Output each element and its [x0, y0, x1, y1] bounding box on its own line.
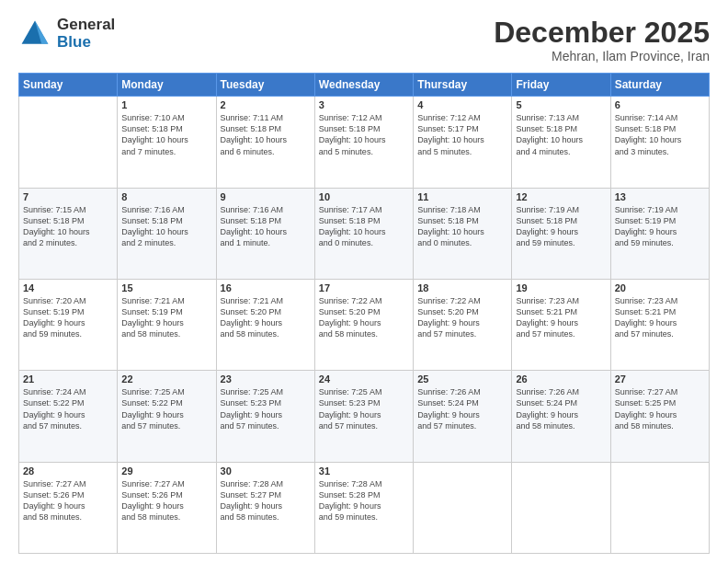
month-title: December 2025	[494, 17, 710, 49]
calendar-cell	[610, 462, 709, 553]
day-number: 31	[319, 465, 409, 477]
calendar-cell: 27Sunrise: 7:27 AM Sunset: 5:25 PM Dayli…	[610, 371, 709, 462]
day-info: Sunrise: 7:14 AM Sunset: 5:18 PM Dayligh…	[615, 112, 705, 157]
calendar-cell: 2Sunrise: 7:11 AM Sunset: 5:18 PM Daylig…	[216, 97, 314, 188]
day-number: 30	[221, 465, 311, 477]
calendar-cell: 12Sunrise: 7:19 AM Sunset: 5:18 PM Dayli…	[512, 188, 610, 279]
day-number: 8	[121, 191, 211, 202]
location-subtitle: Mehran, Ilam Province, Iran	[494, 49, 710, 63]
day-number: 25	[417, 373, 507, 385]
day-info: Sunrise: 7:16 AM Sunset: 5:18 PM Dayligh…	[121, 204, 211, 249]
logo-text: General Blue	[57, 17, 115, 51]
day-number: 10	[319, 191, 409, 202]
day-number: 13	[615, 191, 705, 202]
day-info: Sunrise: 7:25 AM Sunset: 5:23 PM Dayligh…	[319, 386, 409, 431]
day-info: Sunrise: 7:18 AM Sunset: 5:18 PM Dayligh…	[417, 204, 507, 249]
week-row-2: 7Sunrise: 7:15 AM Sunset: 5:18 PM Daylig…	[19, 188, 710, 279]
day-number: 3	[319, 99, 409, 110]
calendar-cell: 5Sunrise: 7:13 AM Sunset: 5:18 PM Daylig…	[512, 97, 610, 188]
day-header-monday: Monday	[118, 74, 216, 97]
day-info: Sunrise: 7:11 AM Sunset: 5:18 PM Dayligh…	[221, 112, 311, 157]
calendar-cell: 16Sunrise: 7:21 AM Sunset: 5:20 PM Dayli…	[216, 279, 314, 370]
day-info: Sunrise: 7:24 AM Sunset: 5:22 PM Dayligh…	[23, 386, 113, 431]
day-info: Sunrise: 7:12 AM Sunset: 5:17 PM Dayligh…	[417, 112, 507, 157]
day-info: Sunrise: 7:21 AM Sunset: 5:19 PM Dayligh…	[121, 295, 211, 340]
day-info: Sunrise: 7:25 AM Sunset: 5:22 PM Dayligh…	[121, 386, 211, 431]
day-info: Sunrise: 7:15 AM Sunset: 5:18 PM Dayligh…	[23, 204, 113, 249]
day-info: Sunrise: 7:27 AM Sunset: 5:25 PM Dayligh…	[615, 386, 705, 431]
day-number: 9	[221, 191, 311, 202]
day-number: 28	[23, 465, 113, 477]
logo-icon	[18, 17, 51, 51]
week-row-3: 14Sunrise: 7:20 AM Sunset: 5:19 PM Dayli…	[19, 279, 710, 370]
day-info: Sunrise: 7:21 AM Sunset: 5:20 PM Dayligh…	[221, 295, 311, 340]
day-number: 16	[221, 282, 311, 293]
day-header-friday: Friday	[512, 74, 610, 97]
calendar-cell: 8Sunrise: 7:16 AM Sunset: 5:18 PM Daylig…	[118, 188, 216, 279]
calendar-cell: 9Sunrise: 7:16 AM Sunset: 5:18 PM Daylig…	[216, 188, 314, 279]
day-info: Sunrise: 7:23 AM Sunset: 5:21 PM Dayligh…	[615, 295, 705, 340]
day-number: 17	[319, 282, 409, 293]
day-number: 12	[516, 191, 606, 202]
day-number: 29	[121, 465, 211, 477]
day-number: 24	[319, 373, 409, 385]
day-number: 7	[23, 191, 113, 202]
day-header-wednesday: Wednesday	[314, 74, 413, 97]
day-number: 18	[417, 282, 507, 293]
calendar-cell: 4Sunrise: 7:12 AM Sunset: 5:17 PM Daylig…	[414, 97, 512, 188]
day-info: Sunrise: 7:28 AM Sunset: 5:28 PM Dayligh…	[319, 478, 409, 523]
calendar-cell: 24Sunrise: 7:25 AM Sunset: 5:23 PM Dayli…	[314, 371, 413, 462]
calendar-cell: 21Sunrise: 7:24 AM Sunset: 5:22 PM Dayli…	[19, 371, 118, 462]
calendar-cell	[512, 462, 610, 553]
calendar-cell: 18Sunrise: 7:22 AM Sunset: 5:20 PM Dayli…	[414, 279, 512, 370]
calendar-cell: 3Sunrise: 7:12 AM Sunset: 5:18 PM Daylig…	[314, 97, 413, 188]
day-info: Sunrise: 7:27 AM Sunset: 5:26 PM Dayligh…	[121, 478, 211, 523]
day-info: Sunrise: 7:22 AM Sunset: 5:20 PM Dayligh…	[319, 295, 409, 340]
day-number: 14	[23, 282, 113, 293]
day-info: Sunrise: 7:27 AM Sunset: 5:26 PM Dayligh…	[23, 478, 113, 523]
day-info: Sunrise: 7:13 AM Sunset: 5:18 PM Dayligh…	[516, 112, 606, 157]
day-header-thursday: Thursday	[414, 74, 512, 97]
header: General Blue December 2025 Mehran, Ilam …	[18, 17, 710, 63]
calendar-cell: 11Sunrise: 7:18 AM Sunset: 5:18 PM Dayli…	[414, 188, 512, 279]
day-info: Sunrise: 7:20 AM Sunset: 5:19 PM Dayligh…	[23, 295, 113, 340]
calendar-cell	[19, 97, 118, 188]
day-number: 2	[221, 99, 311, 110]
day-number: 4	[417, 99, 507, 110]
calendar-cell: 25Sunrise: 7:26 AM Sunset: 5:24 PM Dayli…	[414, 371, 512, 462]
calendar-cell: 15Sunrise: 7:21 AM Sunset: 5:19 PM Dayli…	[118, 279, 216, 370]
calendar-cell: 28Sunrise: 7:27 AM Sunset: 5:26 PM Dayli…	[19, 462, 118, 553]
day-info: Sunrise: 7:12 AM Sunset: 5:18 PM Dayligh…	[319, 112, 409, 157]
day-number: 11	[417, 191, 507, 202]
calendar-cell: 10Sunrise: 7:17 AM Sunset: 5:18 PM Dayli…	[314, 188, 413, 279]
logo: General Blue	[18, 17, 115, 51]
day-number: 5	[516, 99, 606, 110]
day-info: Sunrise: 7:19 AM Sunset: 5:18 PM Dayligh…	[516, 204, 606, 249]
calendar-cell: 13Sunrise: 7:19 AM Sunset: 5:19 PM Dayli…	[610, 188, 709, 279]
day-number: 15	[121, 282, 211, 293]
calendar-cell	[414, 462, 512, 553]
day-header-saturday: Saturday	[610, 74, 709, 97]
calendar-cell: 29Sunrise: 7:27 AM Sunset: 5:26 PM Dayli…	[118, 462, 216, 553]
day-number: 26	[516, 373, 606, 385]
calendar-table: SundayMondayTuesdayWednesdayThursdayFrid…	[18, 73, 710, 554]
header-row: SundayMondayTuesdayWednesdayThursdayFrid…	[19, 74, 710, 97]
day-number: 23	[221, 373, 311, 385]
day-info: Sunrise: 7:23 AM Sunset: 5:21 PM Dayligh…	[516, 295, 606, 340]
day-info: Sunrise: 7:10 AM Sunset: 5:18 PM Dayligh…	[121, 112, 211, 157]
calendar-cell: 30Sunrise: 7:28 AM Sunset: 5:27 PM Dayli…	[216, 462, 314, 553]
day-info: Sunrise: 7:19 AM Sunset: 5:19 PM Dayligh…	[615, 204, 705, 249]
day-header-tuesday: Tuesday	[216, 74, 314, 97]
day-info: Sunrise: 7:28 AM Sunset: 5:27 PM Dayligh…	[221, 478, 311, 523]
day-number: 27	[615, 373, 705, 385]
week-row-5: 28Sunrise: 7:27 AM Sunset: 5:26 PM Dayli…	[19, 462, 710, 553]
day-number: 1	[121, 99, 211, 110]
title-block: December 2025 Mehran, Ilam Province, Ira…	[494, 17, 710, 63]
calendar-cell: 17Sunrise: 7:22 AM Sunset: 5:20 PM Dayli…	[314, 279, 413, 370]
calendar-cell: 22Sunrise: 7:25 AM Sunset: 5:22 PM Dayli…	[118, 371, 216, 462]
week-row-4: 21Sunrise: 7:24 AM Sunset: 5:22 PM Dayli…	[19, 371, 710, 462]
calendar-cell: 1Sunrise: 7:10 AM Sunset: 5:18 PM Daylig…	[118, 97, 216, 188]
week-row-1: 1Sunrise: 7:10 AM Sunset: 5:18 PM Daylig…	[19, 97, 710, 188]
calendar-cell: 6Sunrise: 7:14 AM Sunset: 5:18 PM Daylig…	[610, 97, 709, 188]
day-info: Sunrise: 7:26 AM Sunset: 5:24 PM Dayligh…	[417, 386, 507, 431]
